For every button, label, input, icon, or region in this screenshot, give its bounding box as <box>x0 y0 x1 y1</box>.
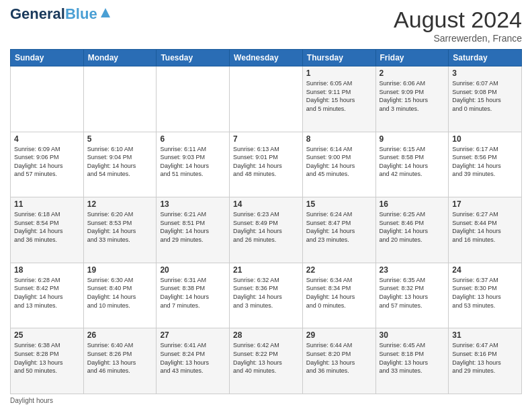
day-cell: 20Sunrise: 6:31 AM Sunset: 8:38 PM Dayli… <box>157 263 230 328</box>
day-number: 8 <box>306 134 372 144</box>
day-info: Sunrise: 6:44 AM Sunset: 8:20 PM Dayligh… <box>306 341 372 375</box>
day-cell: 27Sunrise: 6:41 AM Sunset: 8:24 PM Dayli… <box>157 328 230 394</box>
day-number: 13 <box>160 199 226 209</box>
logo-icon <box>99 7 112 21</box>
day-info: Sunrise: 6:23 AM Sunset: 8:49 PM Dayligh… <box>233 210 299 244</box>
day-cell: 3Sunrise: 6:07 AM Sunset: 9:08 PM Daylig… <box>449 66 522 132</box>
day-info: Sunrise: 6:38 AM Sunset: 8:28 PM Dayligh… <box>14 341 80 375</box>
day-info: Sunrise: 6:24 AM Sunset: 8:47 PM Dayligh… <box>306 210 372 244</box>
day-cell: 11Sunrise: 6:18 AM Sunset: 8:54 PM Dayli… <box>11 197 84 263</box>
day-cell: 16Sunrise: 6:25 AM Sunset: 8:46 PM Dayli… <box>375 197 449 263</box>
day-info: Sunrise: 6:07 AM Sunset: 9:08 PM Dayligh… <box>452 79 518 113</box>
day-number: 30 <box>380 330 445 340</box>
day-cell: 12Sunrise: 6:20 AM Sunset: 8:53 PM Dayli… <box>83 197 157 263</box>
day-number: 29 <box>306 330 372 340</box>
day-cell: 18Sunrise: 6:28 AM Sunset: 8:42 PM Dayli… <box>11 263 84 328</box>
location: Sarrewerden, France <box>394 33 522 44</box>
day-cell: 21Sunrise: 6:32 AM Sunset: 8:36 PM Dayli… <box>230 263 303 328</box>
day-cell: 5Sunrise: 6:10 AM Sunset: 9:04 PM Daylig… <box>83 132 157 197</box>
day-number: 2 <box>380 68 445 78</box>
day-header-row: SundayMondayTuesdayWednesdayThursdayFrid… <box>11 50 522 66</box>
day-cell <box>83 66 157 132</box>
day-cell: 7Sunrise: 6:13 AM Sunset: 9:01 PM Daylig… <box>230 132 303 197</box>
week-row-4: 18Sunrise: 6:28 AM Sunset: 8:42 PM Dayli… <box>11 263 522 328</box>
column-header-wednesday: Wednesday <box>230 50 303 66</box>
day-cell: 19Sunrise: 6:30 AM Sunset: 8:40 PM Dayli… <box>83 263 157 328</box>
day-cell: 13Sunrise: 6:21 AM Sunset: 8:51 PM Dayli… <box>157 197 230 263</box>
column-header-saturday: Saturday <box>449 50 522 66</box>
day-cell: 22Sunrise: 6:34 AM Sunset: 8:34 PM Dayli… <box>302 263 375 328</box>
day-cell: 31Sunrise: 6:47 AM Sunset: 8:16 PM Dayli… <box>449 328 522 394</box>
day-number: 20 <box>160 265 226 275</box>
day-cell: 17Sunrise: 6:27 AM Sunset: 8:44 PM Dayli… <box>449 197 522 263</box>
day-number: 14 <box>233 199 299 209</box>
day-info: Sunrise: 6:42 AM Sunset: 8:22 PM Dayligh… <box>233 341 299 375</box>
day-info: Sunrise: 6:25 AM Sunset: 8:46 PM Dayligh… <box>380 210 445 244</box>
week-row-1: 1Sunrise: 6:05 AM Sunset: 9:11 PM Daylig… <box>11 66 522 132</box>
day-cell: 15Sunrise: 6:24 AM Sunset: 8:47 PM Dayli… <box>302 197 375 263</box>
day-info: Sunrise: 6:41 AM Sunset: 8:24 PM Dayligh… <box>160 341 226 375</box>
day-cell: 25Sunrise: 6:38 AM Sunset: 8:28 PM Dayli… <box>11 328 84 394</box>
header: GeneralBlue August 2024 Sarrewerden, Fra… <box>10 7 522 44</box>
column-header-friday: Friday <box>375 50 449 66</box>
day-number: 26 <box>87 330 153 340</box>
title-block: August 2024 Sarrewerden, France <box>394 7 522 44</box>
day-info: Sunrise: 6:14 AM Sunset: 9:00 PM Dayligh… <box>306 145 372 179</box>
day-cell: 26Sunrise: 6:40 AM Sunset: 8:26 PM Dayli… <box>83 328 157 394</box>
day-number: 17 <box>452 199 518 209</box>
day-cell: 8Sunrise: 6:14 AM Sunset: 9:00 PM Daylig… <box>302 132 375 197</box>
day-number: 31 <box>452 330 518 340</box>
day-number: 21 <box>233 265 299 275</box>
day-cell: 24Sunrise: 6:37 AM Sunset: 8:30 PM Dayli… <box>449 263 522 328</box>
day-info: Sunrise: 6:09 AM Sunset: 9:06 PM Dayligh… <box>14 145 80 179</box>
day-number: 9 <box>380 134 445 144</box>
day-cell <box>11 66 84 132</box>
svg-marker-0 <box>101 8 110 17</box>
day-cell <box>157 66 230 132</box>
day-cell: 6Sunrise: 6:11 AM Sunset: 9:03 PM Daylig… <box>157 132 230 197</box>
day-number: 23 <box>380 265 445 275</box>
day-info: Sunrise: 6:35 AM Sunset: 8:32 PM Dayligh… <box>380 276 445 310</box>
day-number: 11 <box>14 199 80 209</box>
column-header-thursday: Thursday <box>302 50 375 66</box>
day-number: 12 <box>87 199 153 209</box>
day-number: 18 <box>14 265 80 275</box>
day-info: Sunrise: 6:17 AM Sunset: 8:56 PM Dayligh… <box>452 145 518 179</box>
day-cell: 30Sunrise: 6:45 AM Sunset: 8:18 PM Dayli… <box>375 328 449 394</box>
day-number: 27 <box>160 330 226 340</box>
logo-text: GeneralBlue <box>10 7 97 21</box>
calendar-table: SundayMondayTuesdayWednesdayThursdayFrid… <box>10 49 522 394</box>
month-year: August 2024 <box>394 7 522 33</box>
day-number: 5 <box>87 134 153 144</box>
day-number: 15 <box>306 199 372 209</box>
week-row-3: 11Sunrise: 6:18 AM Sunset: 8:54 PM Dayli… <box>11 197 522 263</box>
day-info: Sunrise: 6:30 AM Sunset: 8:40 PM Dayligh… <box>87 276 153 310</box>
day-number: 10 <box>452 134 518 144</box>
day-number: 16 <box>380 199 445 209</box>
day-cell: 2Sunrise: 6:06 AM Sunset: 9:09 PM Daylig… <box>375 66 449 132</box>
day-info: Sunrise: 6:27 AM Sunset: 8:44 PM Dayligh… <box>452 210 518 244</box>
day-cell: 4Sunrise: 6:09 AM Sunset: 9:06 PM Daylig… <box>11 132 84 197</box>
day-info: Sunrise: 6:06 AM Sunset: 9:09 PM Dayligh… <box>380 79 445 113</box>
day-number: 25 <box>14 330 80 340</box>
day-number: 7 <box>233 134 299 144</box>
day-number: 1 <box>306 68 372 78</box>
day-info: Sunrise: 6:21 AM Sunset: 8:51 PM Dayligh… <box>160 210 226 244</box>
week-row-5: 25Sunrise: 6:38 AM Sunset: 8:28 PM Dayli… <box>11 328 522 394</box>
day-info: Sunrise: 6:18 AM Sunset: 8:54 PM Dayligh… <box>14 210 80 244</box>
day-number: 28 <box>233 330 299 340</box>
logo: GeneralBlue <box>10 7 112 21</box>
day-info: Sunrise: 6:11 AM Sunset: 9:03 PM Dayligh… <box>160 145 226 179</box>
column-header-tuesday: Tuesday <box>157 50 230 66</box>
day-info: Sunrise: 6:40 AM Sunset: 8:26 PM Dayligh… <box>87 341 153 375</box>
column-header-sunday: Sunday <box>11 50 84 66</box>
footer-note: Daylight hours <box>10 397 522 404</box>
day-cell: 10Sunrise: 6:17 AM Sunset: 8:56 PM Dayli… <box>449 132 522 197</box>
day-info: Sunrise: 6:47 AM Sunset: 8:16 PM Dayligh… <box>452 341 518 375</box>
footer-label: Daylight hours <box>10 397 53 404</box>
day-info: Sunrise: 6:10 AM Sunset: 9:04 PM Dayligh… <box>87 145 153 179</box>
day-number: 19 <box>87 265 153 275</box>
day-number: 22 <box>306 265 372 275</box>
day-info: Sunrise: 6:34 AM Sunset: 8:34 PM Dayligh… <box>306 276 372 310</box>
day-cell: 28Sunrise: 6:42 AM Sunset: 8:22 PM Dayli… <box>230 328 303 394</box>
